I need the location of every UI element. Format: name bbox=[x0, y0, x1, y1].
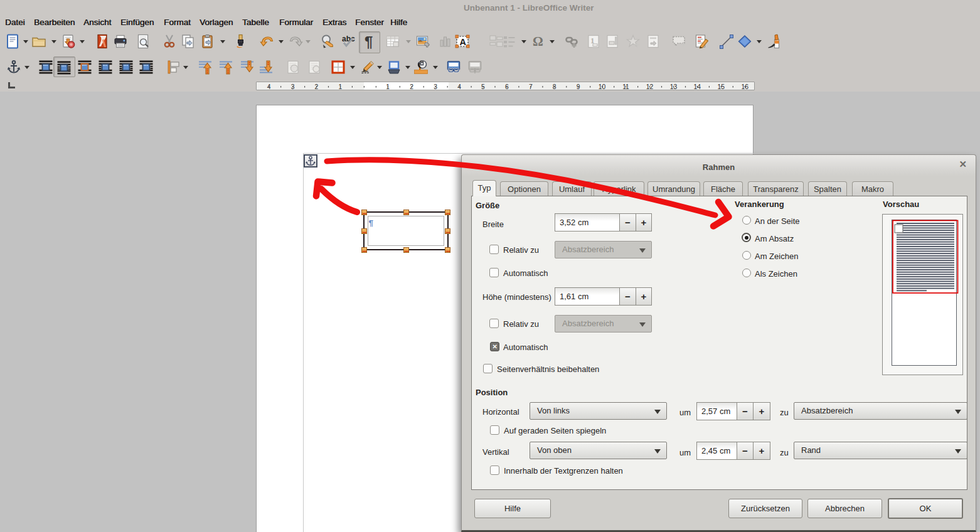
svg-text:A: A bbox=[460, 37, 467, 47]
svg-text:Ω: Ω bbox=[533, 34, 543, 49]
